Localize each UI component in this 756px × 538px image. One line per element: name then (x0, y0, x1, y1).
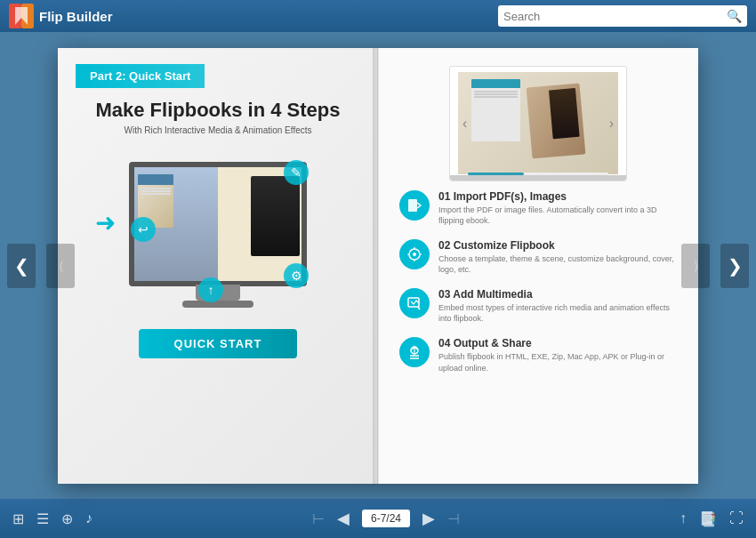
step-desc-1: Import the PDF or image files. Automatic… (438, 205, 677, 227)
arrow-decoration: ➜ (95, 208, 116, 237)
audio-icon[interactable]: ♪ (85, 510, 92, 526)
step-text-1: 01 Import PDF(s), Images Import the PDF … (438, 190, 677, 227)
bottom-left-tools: ⊞ ☰ ⊕ ♪ (12, 510, 92, 527)
laptop-inner: ‹ › (458, 72, 618, 174)
step-text-3: 03 Add Multimedia Embed most types of in… (438, 288, 677, 325)
step-desc-4: Publish flipbook in HTML, EXE, Zip, Mac … (438, 351, 677, 373)
right-page: ‹ › (378, 48, 698, 484)
step-desc-2: Choose a template, theme & scene, custom… (438, 253, 677, 276)
list-view-icon[interactable]: ☰ (36, 510, 49, 527)
search-box[interactable]: 🔍 (498, 5, 747, 27)
monitor-screen (129, 162, 307, 286)
prev-page-button[interactable]: ❮ (7, 244, 36, 288)
overlay-icon-import: ↩ (131, 217, 156, 242)
overlay-icon-settings: ⚙ (284, 263, 309, 288)
last-page-nav-icon[interactable]: ⊣ (447, 510, 460, 527)
search-icon[interactable]: 🔍 (727, 9, 742, 23)
bookmark-icon[interactable]: 📑 (699, 510, 717, 527)
steps-list: 01 Import PDF(s), Images Import the PDF … (378, 190, 698, 374)
grid-view-icon[interactable]: ⊞ (12, 510, 24, 527)
step-item-1: 01 Import PDF(s), Images Import the PDF … (399, 190, 677, 227)
next-page-nav-button[interactable]: ▶ (422, 509, 435, 528)
zoom-icon[interactable]: ⊕ (61, 510, 73, 527)
overlay-icon-upload: ↑ (198, 277, 223, 302)
screen-right (218, 167, 302, 281)
prev-page-nav-button[interactable]: ◀ (337, 509, 350, 528)
book: Part 2: Quick Start Make Flipbooks in 4 … (58, 48, 698, 484)
laptop-chevron-left: ‹ (462, 116, 467, 132)
logo: Flip Builder (9, 4, 113, 28)
app-title: Flip Builder (39, 9, 113, 24)
step-text-2: 02 Customize Flipbook Choose a template,… (438, 239, 677, 276)
logo-icon (9, 4, 34, 28)
main-title: Make Flipbooks in 4 Steps (76, 99, 360, 122)
step-item-3: 03 Add Multimedia Embed most types of in… (399, 288, 677, 325)
step-icon-4 (399, 337, 430, 367)
laptop-chevron-right: › (609, 116, 614, 132)
svg-point-5 (413, 253, 416, 256)
main-area: ⟨ ⟩ ❮ Part 2: Quick Start Make Flipbooks… (0, 32, 756, 499)
quick-start-button[interactable]: QUICK START (139, 329, 298, 358)
bottom-center-nav: ⊢ ◀ 6-7/24 ▶ ⊣ (312, 509, 460, 528)
step-title-1: 01 Import PDF(s), Images (438, 190, 677, 203)
bottom-bar: ⊞ ☰ ⊕ ♪ ⊢ ◀ 6-7/24 ▶ ⊣ ↑ 📑 ⛶ (0, 499, 756, 538)
step-icon-1 (399, 190, 430, 221)
monitor-illustration: ➜ (120, 144, 316, 322)
step-title-2: 02 Customize Flipbook (438, 239, 677, 252)
search-input[interactable] (503, 10, 727, 23)
share-icon[interactable]: ↑ (680, 510, 687, 526)
step-desc-3: Embed most types of interactive rich med… (438, 302, 677, 325)
step-icon-3 (399, 288, 430, 318)
step-title-3: 03 Add Multimedia (438, 288, 677, 301)
step-item-2: 02 Customize Flipbook Choose a template,… (399, 239, 677, 276)
top-bar: Flip Builder 🔍 (0, 0, 756, 32)
bottom-right-tools: ↑ 📑 ⛶ (680, 510, 744, 527)
overlay-icon-edit: ✎ (284, 160, 309, 185)
monitor-base (182, 301, 253, 308)
step-title-4: 04 Output & Share (438, 337, 677, 349)
step-text-4: 04 Output & Share Publish flipbook in HT… (438, 337, 677, 373)
last-page-button[interactable]: ⟩ (681, 244, 710, 288)
book-fold (377, 48, 379, 484)
left-page: Part 2: Quick Start Make Flipbooks in 4 … (58, 48, 378, 484)
subtitle: With Rich Interactive Media & Animation … (58, 125, 378, 135)
laptop-preview: ‹ › (449, 66, 627, 181)
laptop-book-page (527, 84, 586, 159)
next-page-button[interactable]: ❯ (720, 244, 749, 288)
first-page-nav-icon[interactable]: ⊢ (312, 510, 325, 527)
first-page-button[interactable]: ⟨ (46, 244, 75, 288)
fullscreen-icon[interactable]: ⛶ (729, 510, 744, 526)
step-icon-2 (399, 239, 430, 269)
step-item-4: 04 Output & Share Publish flipbook in HT… (399, 337, 677, 373)
svg-rect-3 (408, 199, 417, 212)
part-badge: Part 2: Quick Start (76, 64, 205, 88)
page-indicator[interactable]: 6-7/24 (362, 510, 410, 527)
